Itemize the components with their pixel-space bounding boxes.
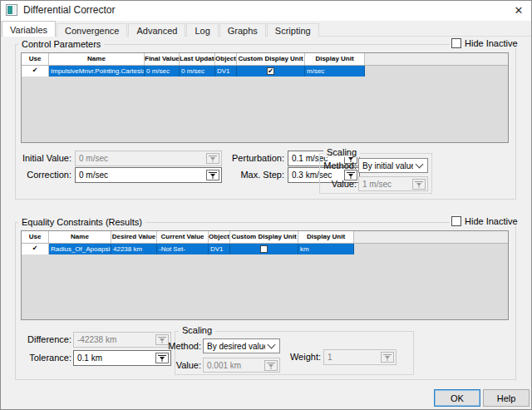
equality-constraints-title: Equality Constraints (Results) bbox=[18, 217, 145, 227]
ec-scaling-method-label: Method: bbox=[165, 341, 201, 351]
cp-scaling-value-label: Value: bbox=[319, 179, 357, 189]
ec-scaling-value-text: 0.001 km bbox=[207, 361, 264, 370]
cp-scaling-method-value: By initial value bbox=[362, 161, 413, 170]
cell-last-update: 0 m/sec bbox=[180, 66, 215, 77]
weight-text: 1 bbox=[328, 353, 381, 362]
difference-text: -42238 km bbox=[77, 335, 155, 344]
header-filler bbox=[354, 231, 508, 244]
cell-display-unit: km bbox=[298, 244, 354, 254]
max-step-label: Max. Step: bbox=[213, 170, 284, 180]
use-checkbox-cell[interactable]: ✔ bbox=[22, 244, 49, 254]
weight-field: 1 bbox=[323, 349, 397, 365]
tab-advanced[interactable]: Advanced bbox=[128, 23, 185, 37]
ec-scaling-value-label: Value: bbox=[165, 360, 201, 370]
ec-scaling-method-value: By desired value bbox=[207, 342, 265, 351]
col-name[interactable]: Name bbox=[49, 53, 145, 66]
app-icon bbox=[6, 4, 17, 16]
initial-value-label: Initial Value: bbox=[5, 153, 71, 163]
hide-inactive-checkbox[interactable] bbox=[451, 216, 461, 226]
col-display-unit[interactable]: Display Unit bbox=[298, 231, 354, 244]
cell-object: DV1 bbox=[209, 244, 230, 254]
tolerance-field[interactable]: 0.1 km bbox=[73, 350, 171, 366]
unit-converter-icon bbox=[412, 179, 426, 190]
initial-value-field: 0 m/sec bbox=[75, 151, 222, 166]
cell-name: Radius_Of_Apoapsis bbox=[49, 244, 111, 254]
cp-scaling-method-label: Method: bbox=[319, 161, 357, 170]
header-filler bbox=[365, 53, 508, 66]
col-object[interactable]: Object bbox=[215, 53, 237, 66]
chevron-down-icon bbox=[416, 161, 424, 169]
tolerance-text: 0.1 km bbox=[77, 353, 155, 363]
unit-converter-icon bbox=[264, 360, 278, 371]
ec-scaling-method-combo[interactable]: By desired value bbox=[203, 338, 280, 353]
cell-current-value: -Not Set- bbox=[157, 244, 209, 254]
correction-field[interactable]: 0 m/sec bbox=[75, 167, 222, 183]
tab-convergence[interactable]: Convergence bbox=[57, 23, 127, 37]
col-use[interactable]: Use bbox=[22, 231, 49, 244]
table-header-row: Use Name Desired Value Current Value Obj… bbox=[22, 231, 508, 244]
col-current-value[interactable]: Current Value bbox=[157, 231, 209, 244]
custom-unit-checkbox[interactable] bbox=[260, 245, 268, 253]
cp-scaling-method-combo[interactable]: By initial value bbox=[358, 158, 428, 173]
cell-custom-display-unit[interactable] bbox=[230, 244, 298, 254]
help-button[interactable]: Help bbox=[483, 389, 530, 407]
correction-text: 0 m/sec bbox=[79, 170, 206, 180]
window-title: Differential Corrector bbox=[23, 4, 115, 16]
tab-graphs[interactable]: Graphs bbox=[219, 23, 266, 37]
difference-label: Difference: bbox=[3, 334, 71, 344]
cell-desired-value: 42238 km bbox=[111, 244, 157, 254]
col-desired-value[interactable]: Desired Value bbox=[111, 231, 157, 244]
difference-field: -42238 km bbox=[73, 332, 171, 348]
close-icon[interactable]: ✕ bbox=[505, 0, 532, 21]
tolerance-label: Tolerance: bbox=[3, 353, 71, 363]
cp-scaling-value-field: 1 m/sec bbox=[358, 176, 428, 191]
ec-scaling-title: Scaling bbox=[179, 325, 215, 335]
tab-scripting[interactable]: Scripting bbox=[267, 23, 319, 37]
title-bar: Differential Corrector ✕ bbox=[0, 0, 532, 21]
cell-name: ImpulsiveMnvr.Pointing.Cartesian.X bbox=[49, 66, 145, 77]
tab-log[interactable]: Log bbox=[186, 23, 218, 37]
col-final-value[interactable]: Final Value bbox=[145, 53, 180, 66]
cp-scaling-value-text: 1 m/sec bbox=[362, 180, 412, 189]
weight-label: Weight: bbox=[288, 352, 321, 362]
initial-value-text: 0 m/sec bbox=[79, 154, 206, 163]
custom-unit-checkbox[interactable]: ✔ bbox=[267, 67, 274, 75]
cell-display-unit: m/sec bbox=[305, 66, 365, 77]
control-parameters-table: Use Name Final Value Last Update Object … bbox=[21, 52, 509, 143]
hide-inactive-label: Hide Inactive bbox=[465, 216, 518, 226]
use-checkbox-cell[interactable]: ✔ bbox=[22, 66, 49, 77]
tab-strip: Variables Convergence Advanced Log Graph… bbox=[2, 22, 320, 37]
equality-constraints-table: Use Name Desired Value Current Value Obj… bbox=[21, 230, 509, 320]
col-display-unit[interactable]: Display Unit bbox=[305, 53, 365, 66]
col-last-update[interactable]: Last Update bbox=[180, 53, 215, 66]
hide-inactive-control[interactable]: Hide Inactive bbox=[450, 38, 520, 48]
tab-variables[interactable]: Variables bbox=[2, 21, 56, 37]
cell-final-value: 0 m/sec bbox=[145, 66, 180, 77]
col-object[interactable]: Object bbox=[209, 231, 230, 244]
col-name[interactable]: Name bbox=[49, 231, 111, 244]
hide-inactive-constraints[interactable]: Hide Inactive bbox=[450, 216, 520, 226]
col-custom-display-unit[interactable]: Custom Display Unit bbox=[230, 231, 298, 244]
hide-inactive-label: Hide Inactive bbox=[465, 38, 518, 48]
hide-inactive-checkbox[interactable] bbox=[451, 38, 461, 48]
col-custom-display-unit[interactable]: Custom Display Unit bbox=[237, 53, 305, 66]
cell-object: DV1 bbox=[215, 66, 237, 77]
table-row[interactable]: ✔ Radius_Of_Apoapsis 42238 km -Not Set- … bbox=[22, 244, 508, 254]
col-use[interactable]: Use bbox=[22, 53, 49, 66]
correction-label: Correction: bbox=[5, 170, 71, 180]
table-header-row: Use Name Final Value Last Update Object … bbox=[22, 53, 508, 66]
ec-scaling-value-field: 0.001 km bbox=[203, 358, 280, 373]
ok-button[interactable]: OK bbox=[434, 389, 480, 407]
table-row[interactable]: ✔ ImpulsiveMnvr.Pointing.Cartesian.X 0 m… bbox=[22, 66, 508, 77]
chevron-down-icon bbox=[268, 341, 276, 349]
control-parameters-title: Control Parameters bbox=[18, 39, 104, 49]
cp-scaling-title: Scaling bbox=[323, 147, 360, 157]
cell-custom-display-unit[interactable]: ✔ bbox=[237, 66, 305, 77]
perturbation-label: Perturbation: bbox=[213, 153, 284, 163]
unit-converter-icon bbox=[381, 352, 394, 363]
